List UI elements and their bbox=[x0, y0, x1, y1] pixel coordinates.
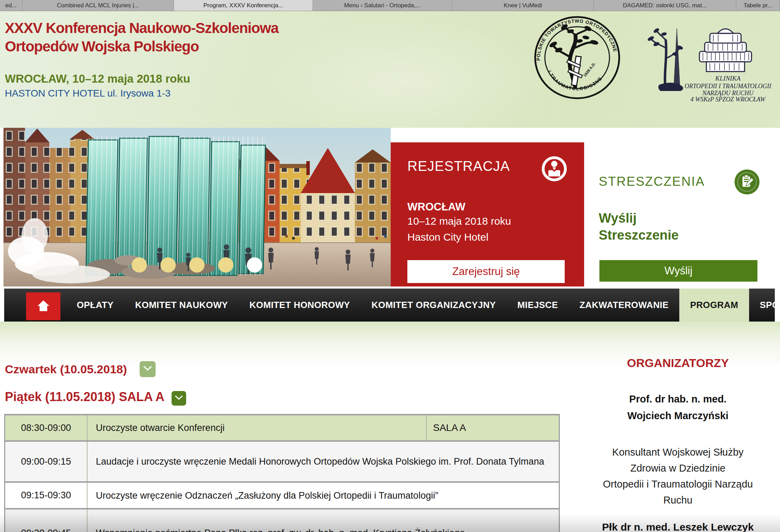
page-title-line1: XXXV Konferencja Naukowo-Szkoleniowa bbox=[5, 19, 279, 37]
organizer-role-line: Zdrowia w Dziedzinie bbox=[579, 460, 777, 476]
page-title: XXXV Konferencja Naukowo-Szkoleniowa Ort… bbox=[5, 19, 279, 56]
organizer-role-line: Ortopedii i Traumatologii Narządu bbox=[579, 476, 777, 492]
table-row: 09:00-09:15Laudacje i uroczyste wręczeni… bbox=[5, 440, 559, 481]
table-row: 09:15-09:30Uroczyste wręczenie Odznaczeń… bbox=[5, 481, 559, 508]
registration-person-icon bbox=[540, 155, 568, 184]
cell-title: Uroczyste wręczenie Odznaczeń „Zasłużony… bbox=[88, 483, 559, 508]
register-button[interactable]: Zarejestruj się bbox=[407, 260, 565, 283]
cell-time: 09:15-09:30 bbox=[5, 483, 88, 508]
cell-room: SALA A bbox=[426, 415, 559, 440]
organizer-name-line: Wojciech Marczyński bbox=[579, 407, 777, 424]
clinic-logo: KLINIKA ORTOPEDII I TRAUMATOLOGII NARZĄD… bbox=[635, 17, 775, 102]
carousel-dots bbox=[132, 257, 262, 273]
day-heading-thursday: Czwartek (10.05.2018) bbox=[5, 363, 127, 376]
browser-tab[interactable]: Tabele pr... bbox=[736, 0, 780, 11]
chevron-down-icon bbox=[143, 366, 152, 372]
conference-venue: HASTON CITY HOTEL ul. Irysowa 1-3 bbox=[5, 88, 171, 99]
main-navigation: OPŁATYKOMITET NAUKOWYKOMITET HONOROWYKOM… bbox=[4, 289, 775, 322]
cell-title: Wspomnienie pośmiertne Pana Płka rez. pr… bbox=[88, 509, 559, 532]
organizer-role-line: Konsultant Wojskowej Służby bbox=[579, 444, 777, 460]
nav-item-komitet-honorowy[interactable]: KOMITET HONOROWY bbox=[239, 289, 361, 322]
browser-tab[interactable]: DAGAMED: osłonki USG, mat... bbox=[594, 0, 736, 11]
cell-time: 08:30-09:00 bbox=[5, 415, 88, 440]
organizer-name-2: Płk dr n. med. Leszek Lewczyk bbox=[579, 521, 777, 532]
site-header: XXXV Konferencja Naukowo-Szkoleniowa Ort… bbox=[0, 11, 780, 128]
send-abstract-text: Wyślij Streszczenie bbox=[584, 210, 775, 244]
chevron-down-icon bbox=[175, 395, 183, 401]
carousel-dot[interactable] bbox=[132, 257, 147, 273]
day-heading-friday: Piątek (11.05.2018) SALA A bbox=[5, 390, 165, 404]
browser-tab[interactable]: Combined ACL MCL Injuries |... bbox=[22, 0, 174, 11]
send-abstract-button[interactable]: Wyślij bbox=[599, 260, 757, 282]
organizers-heading: ORGANIZATORZY bbox=[579, 356, 777, 370]
organizer-name: Prof. dr hab. n. med.Wojciech Marczyński bbox=[579, 391, 777, 424]
nav-item-program[interactable]: PROGRAM bbox=[679, 289, 749, 322]
nav-item-komitet-organizacyjny[interactable]: KOMITET ORGANIZACYJNY bbox=[361, 289, 507, 322]
browser-tab[interactable]: ed... bbox=[0, 0, 22, 11]
abstracts-clipboard-icon bbox=[735, 169, 760, 196]
thursday-expand-button[interactable] bbox=[140, 361, 156, 377]
svg-text:4 WSKzP SPZOZ WROCŁAW: 4 WSKzP SPZOZ WROCŁAW bbox=[690, 96, 766, 102]
hero-photo bbox=[3, 128, 391, 286]
nav-items: OPŁATYKOMITET NAUKOWYKOMITET HONOROWYKOM… bbox=[66, 289, 780, 322]
page: ed...Combined ACL MCL Injuries |...Progr… bbox=[0, 0, 780, 532]
cell-title: Uroczyste otwarcie Konferencji bbox=[88, 415, 426, 440]
browser-tab[interactable]: Knee | VuMedi bbox=[452, 0, 594, 11]
nav-item-zakwaterowanie[interactable]: ZAKWATEROWANIE bbox=[569, 289, 679, 322]
svg-text:ORTOPEDII I TRAUMATOLOGII: ORTOPEDII I TRAUMATOLOGII bbox=[684, 83, 772, 90]
table-row: 08:30-09:00Uroczyste otwarcie Konferencj… bbox=[5, 415, 559, 440]
nav-item-op-aty[interactable]: OPŁATY bbox=[66, 289, 124, 322]
home-button[interactable] bbox=[26, 292, 60, 320]
svg-text:KLINIKA: KLINIKA bbox=[715, 75, 741, 82]
hero-section: REJESTRACJA WROCŁAW 10–12 maja 2018 roku… bbox=[0, 128, 780, 286]
svg-text:1928 A.D.: 1928 A.D. bbox=[582, 61, 596, 77]
friday-collapse-button[interactable] bbox=[172, 391, 186, 406]
organizers-sidebar: ORGANIZATORZY Prof. dr hab. n. med.Wojci… bbox=[579, 356, 777, 532]
organizer-name-line: Prof. dr hab. n. med. bbox=[579, 391, 777, 407]
cell-title: Laudacje i uroczyste wręczenie Medali Ho… bbox=[88, 442, 559, 481]
orthopedic-society-seal-logo: POLSKIE TOWARZYSTWO ORTOPEDYCZNE I TRAUM… bbox=[533, 15, 622, 101]
nav-item-miejsce[interactable]: MIEJSCE bbox=[507, 289, 569, 322]
abstracts-panel: STRESZCZENIA Wyślij Streszczenie bbox=[584, 156, 775, 287]
organizer-role: Konsultant Wojskowej SłużbyZdrowia w Dzi… bbox=[579, 444, 777, 508]
conference-date: WROCŁAW, 10–12 maja 2018 roku bbox=[5, 72, 190, 85]
registration-city: WROCŁAW bbox=[391, 201, 584, 213]
carousel-dot[interactable] bbox=[247, 257, 262, 273]
carousel-dot[interactable] bbox=[218, 257, 233, 273]
page-title-line2: Ortopedów Wojska Polskiego bbox=[5, 37, 279, 56]
registration-panel: REJESTRACJA WROCŁAW 10–12 maja 2018 roku… bbox=[391, 142, 584, 286]
nav-item-komitet-naukowy[interactable]: KOMITET NAUKOWY bbox=[124, 289, 239, 322]
registration-title: REJESTRACJA bbox=[407, 158, 510, 174]
cell-time: 09:30-09:45 bbox=[5, 509, 88, 532]
svg-text:NARZĄDU RUCHU: NARZĄDU RUCHU bbox=[702, 90, 754, 97]
home-icon bbox=[36, 299, 51, 314]
carousel-dot[interactable] bbox=[189, 257, 205, 273]
table-row: 09:30-09:45Wspomnienie pośmiertne Pana P… bbox=[5, 508, 559, 532]
browser-tab-bar: ed...Combined ACL MCL Injuries |...Progr… bbox=[0, 0, 780, 11]
registration-venue: Haston City Hotel bbox=[391, 229, 584, 245]
abstracts-title: STRESZCZENIA bbox=[599, 174, 705, 189]
cell-time: 09:00-09:15 bbox=[5, 442, 88, 481]
carousel-dot[interactable] bbox=[160, 257, 176, 273]
main-content: Czwartek (10.05.2018) Piątek (11.05.2018… bbox=[0, 322, 780, 532]
browser-tab[interactable]: Program, XXXV Konferencja... bbox=[174, 0, 313, 11]
organizer-role-line: Ruchu bbox=[579, 492, 777, 508]
registration-dates: 10–12 maja 2018 roku bbox=[391, 213, 584, 229]
program-schedule-table: 08:30-09:00Uroczyste otwarcie Konferencj… bbox=[4, 414, 560, 532]
browser-tab[interactable]: Menu ‹ Salutari - Ortopeda,... bbox=[313, 0, 452, 11]
nav-item-sponsorzy[interactable]: SPONSORZY bbox=[749, 289, 780, 322]
